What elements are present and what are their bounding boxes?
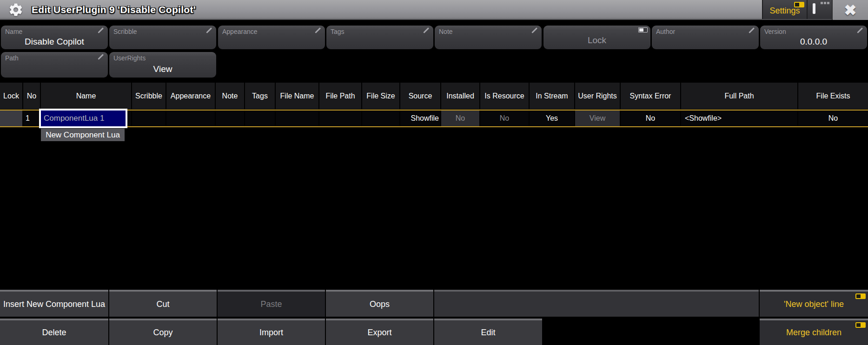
lock-toggle-icon	[638, 27, 648, 33]
delete-button[interactable]: Delete	[0, 319, 108, 345]
import-button[interactable]: Import	[218, 319, 325, 345]
merge-children-toggle-icon	[855, 322, 866, 328]
edit-userplugin-dialog: Edit UserPlugin 9 'Disable Copilot' Sett…	[0, 0, 868, 345]
name-field-value: Disable Copilot	[1, 37, 108, 47]
note-field-label: Note	[439, 28, 453, 35]
column-header-file-exists: File Exists	[798, 83, 868, 109]
name-suggestion-option[interactable]: New Component Lua	[41, 129, 125, 141]
column-header-source: Source	[400, 83, 440, 109]
cell-installed[interactable]: No	[441, 111, 479, 126]
pencil-icon	[98, 27, 103, 33]
column-header-scribble: Scribble	[132, 83, 166, 109]
name-field[interactable]: Name Disable Copilot	[1, 26, 108, 49]
pencil-icon	[857, 27, 862, 33]
column-header-no: No	[23, 83, 40, 109]
column-header-syntax-error: Syntax Error	[621, 83, 680, 109]
author-field-label: Author	[656, 28, 675, 35]
cell-in-stream[interactable]: Yes	[530, 111, 574, 126]
column-header-appearance: Appearance	[166, 83, 215, 109]
author-field[interactable]: Author	[652, 26, 759, 49]
version-field-value: 0.0.0.0	[760, 37, 867, 47]
version-field[interactable]: Version 0.0.0.0	[760, 26, 867, 49]
pencil-icon	[98, 54, 103, 59]
tags-field[interactable]: Tags	[326, 26, 433, 49]
cell-file-size[interactable]	[362, 111, 399, 126]
name-field-label: Name	[5, 28, 22, 35]
name-edit-input[interactable]: ComponentLua 1	[39, 109, 127, 128]
path-field-label: Path	[5, 54, 19, 62]
lock-button[interactable]: Lock	[543, 26, 650, 49]
cell-tags[interactable]	[245, 111, 275, 126]
paste-button[interactable]: Paste	[218, 290, 325, 317]
column-header-lock: Lock	[0, 83, 22, 109]
cut-button[interactable]: Cut	[109, 290, 217, 317]
table-header: Lock No Name Scribble Appearance Note Ta…	[0, 83, 868, 109]
column-header-file-name: File Name	[276, 83, 318, 109]
oops-button[interactable]: Oops	[326, 290, 433, 317]
cell-file-path[interactable]	[319, 111, 361, 126]
monitor-button[interactable]	[807, 0, 832, 19]
tags-field-label: Tags	[331, 28, 345, 35]
pencil-icon	[531, 27, 537, 33]
settings-label: Settings	[769, 6, 800, 19]
cell-file-exists[interactable]: No	[798, 111, 868, 126]
new-object-line-label: 'New object' line	[784, 299, 844, 309]
dots-indicator-icon	[821, 2, 829, 4]
column-header-user-rights: User Rights	[575, 83, 620, 109]
userrights-field-value: View	[109, 64, 216, 74]
cell-scribble[interactable]	[132, 111, 166, 126]
cell-user-rights[interactable]: View	[575, 111, 620, 126]
settings-toggle-icon	[794, 2, 804, 7]
copy-button[interactable]: Copy	[109, 319, 217, 345]
column-header-installed: Installed	[441, 83, 479, 109]
column-header-name: Name	[41, 83, 131, 109]
export-button[interactable]: Export	[326, 319, 433, 345]
column-header-in-stream: In Stream	[530, 83, 574, 109]
pencil-icon	[423, 27, 429, 33]
pencil-icon	[315, 27, 320, 33]
insert-new-component-lua-button[interactable]: Insert New Component Lua	[0, 290, 108, 317]
cell-full-path[interactable]: <Showfile>	[681, 111, 797, 126]
column-header-full-path: Full Path	[681, 83, 797, 109]
new-object-line-toggle-icon	[855, 293, 866, 299]
cell-is-resource[interactable]: No	[480, 111, 529, 126]
userrights-field[interactable]: UserRights View	[109, 52, 216, 78]
title-bar: Edit UserPlugin 9 'Disable Copilot' Sett…	[0, 0, 868, 20]
column-header-file-path: File Path	[319, 83, 361, 109]
column-header-is-resource: Is Resource	[480, 83, 529, 109]
cell-lock[interactable]	[0, 111, 22, 126]
lock-button-label: Lock	[543, 35, 650, 46]
edit-button[interactable]: Edit	[434, 319, 542, 345]
close-button[interactable]: ✖	[832, 0, 868, 20]
cell-appearance[interactable]	[166, 111, 215, 126]
column-header-file-size: File Size	[362, 83, 399, 109]
pencil-icon	[206, 27, 212, 33]
cell-no[interactable]: 1	[23, 111, 40, 126]
merge-children-button[interactable]: Merge children	[760, 319, 868, 345]
settings-button[interactable]: Settings	[762, 0, 807, 19]
path-field[interactable]: Path	[1, 52, 108, 78]
appearance-field[interactable]: Appearance	[218, 26, 325, 49]
new-object-line-button[interactable]: 'New object' line	[760, 290, 868, 317]
scribble-field-label: Scribble	[113, 28, 137, 35]
userrights-field-label: UserRights	[113, 54, 146, 62]
column-header-tags: Tags	[245, 83, 275, 109]
monitor-icon	[813, 5, 827, 18]
merge-children-label: Merge children	[786, 328, 841, 338]
note-field[interactable]: Note	[435, 26, 542, 49]
empty-button-area	[434, 290, 759, 317]
cell-syntax-error[interactable]: No	[621, 111, 680, 126]
scribble-field[interactable]: Scribble	[109, 26, 216, 49]
cell-note[interactable]	[216, 111, 244, 126]
version-field-label: Version	[764, 28, 786, 35]
cell-source[interactable]: Showfile	[400, 111, 440, 126]
appearance-field-label: Appearance	[222, 28, 258, 35]
close-icon: ✖	[844, 1, 857, 19]
column-header-note: Note	[216, 83, 244, 109]
cell-file-name[interactable]	[276, 111, 318, 126]
window-title: Edit UserPlugin 9 'Disable Copilot'	[32, 4, 196, 15]
pencil-icon	[749, 27, 754, 33]
gear-icon	[7, 0, 25, 19]
table-row: 1 Showfile No No Yes View No <Showfile> …	[0, 110, 868, 127]
